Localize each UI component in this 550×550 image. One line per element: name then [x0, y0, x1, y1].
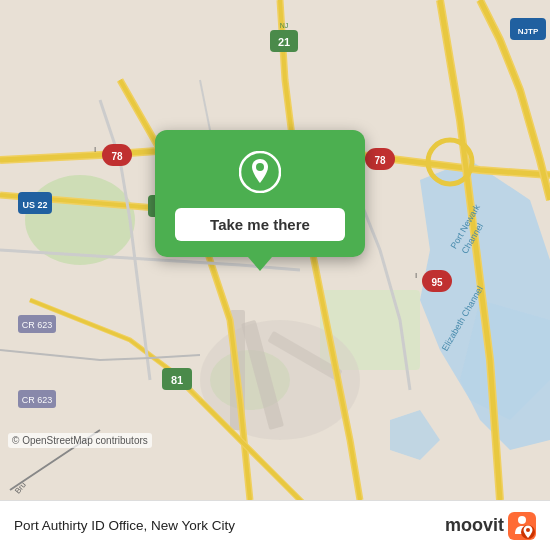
- svg-text:NJ: NJ: [280, 22, 289, 29]
- bottom-bar: Port Authirty ID Office, New York City m…: [0, 500, 550, 550]
- svg-text:NJTP: NJTP: [518, 27, 539, 36]
- map-container: 21 NJ 27 78 I 78 US 22 95 I NJTP CR 623 …: [0, 0, 550, 500]
- svg-text:95: 95: [431, 277, 443, 288]
- svg-point-40: [518, 516, 526, 524]
- popup-card: Take me there: [155, 130, 365, 257]
- take-me-there-button[interactable]: Take me there: [175, 208, 345, 241]
- svg-point-42: [526, 528, 530, 532]
- map-attribution: © OpenStreetMap contributors: [8, 433, 152, 448]
- svg-text:CR 623: CR 623: [22, 320, 53, 330]
- moovit-logo: moovit: [445, 512, 536, 540]
- moovit-logo-icon: [508, 512, 536, 540]
- location-pin-wrapper: [236, 148, 284, 196]
- moovit-brand-text: moovit: [445, 515, 504, 536]
- location-name: Port Authirty ID Office, New York City: [14, 518, 235, 533]
- svg-text:I: I: [415, 271, 417, 280]
- svg-text:I: I: [94, 145, 96, 154]
- svg-text:21: 21: [278, 36, 290, 48]
- svg-text:78: 78: [111, 151, 123, 162]
- svg-text:CR 623: CR 623: [22, 395, 53, 405]
- location-pin-icon: [239, 151, 281, 193]
- svg-point-38: [256, 163, 264, 171]
- svg-text:81: 81: [171, 374, 183, 386]
- svg-text:78: 78: [374, 155, 386, 166]
- svg-text:US 22: US 22: [22, 200, 47, 210]
